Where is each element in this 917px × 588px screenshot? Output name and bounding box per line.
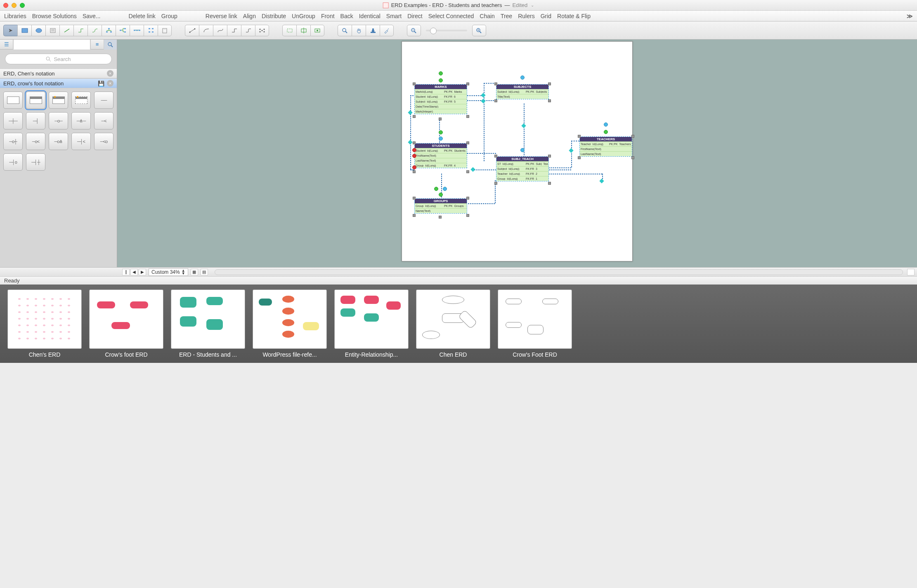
handle-icon[interactable] (604, 122, 608, 127)
handle-icon[interactable] (520, 75, 525, 80)
resize-handle[interactable] (466, 214, 469, 217)
connector-tool-1[interactable] (73, 25, 87, 36)
resize-handle[interactable] (413, 115, 416, 118)
connector-handle[interactable] (521, 123, 526, 128)
resize-handle[interactable] (548, 182, 551, 185)
fit-page-icon[interactable] (907, 269, 915, 275)
resize-handle[interactable] (631, 156, 634, 159)
menu-ungroup[interactable]: UnGroup (292, 13, 315, 19)
canvas[interactable]: MARKS MarkId(Long)PK:PK_Marks Student_Id… (117, 40, 917, 267)
panel-toggle-icon[interactable]: ☰ (0, 40, 13, 49)
eyedrop-tool[interactable] (380, 25, 394, 36)
thumb-wordpress[interactable]: WordPress file-refe... (253, 289, 327, 358)
thumb-chen-erd[interactable]: Chen's ERD (7, 289, 82, 358)
shape-rel-1[interactable]: ─┼─ (3, 112, 23, 129)
handle-icon[interactable] (412, 165, 416, 169)
shape-entity-header[interactable] (26, 92, 45, 109)
zoom-slider[interactable] (426, 30, 467, 31)
menu-identical[interactable]: Identical (359, 13, 381, 19)
search-library-icon[interactable] (104, 40, 117, 49)
menu-grid[interactable]: Grid (541, 13, 551, 19)
resize-handle[interactable] (578, 156, 581, 159)
save-library-icon[interactable]: 💾 (98, 80, 104, 87)
menu-tree[interactable]: Tree (501, 13, 512, 19)
entity-teachers[interactable]: TEACHERS Teacher_Id(Long)PK:PK_Teachers … (579, 136, 632, 157)
shape-entity-simple[interactable] (3, 92, 23, 109)
resize-handle[interactable] (548, 99, 551, 102)
thumb-entity-relationship[interactable]: Entity-Relationship... (334, 289, 409, 358)
menu-reverse-link[interactable]: Reverse link (206, 13, 237, 19)
shape-rel-11[interactable]: ─┤o (3, 153, 23, 171)
handle-icon[interactable] (439, 130, 443, 134)
snap-3[interactable] (310, 25, 324, 36)
pan-tool[interactable] (352, 25, 366, 36)
close-icon[interactable]: × (107, 70, 113, 77)
menu-chain[interactable]: Chain (480, 13, 495, 19)
search-input[interactable]: Search (5, 54, 112, 64)
menu-distribute[interactable]: Distribute (262, 13, 286, 19)
conn-round[interactable] (241, 25, 255, 36)
connector-handle[interactable] (599, 179, 604, 183)
shape-rel-0[interactable]: ── (94, 92, 113, 109)
handle-icon[interactable] (443, 187, 447, 191)
resize-handle[interactable] (466, 82, 469, 85)
tree-tool-1[interactable] (102, 25, 116, 36)
library-header-crow[interactable]: ERD, crow's foot notation 💾 × (0, 78, 117, 88)
conn-multi[interactable] (255, 25, 269, 36)
connector-handle[interactable] (470, 167, 475, 172)
ellipse-tool[interactable] (31, 25, 45, 36)
menu-libraries[interactable]: Libraries (4, 13, 26, 19)
connector-tool-2[interactable] (87, 25, 102, 36)
conn-direct[interactable] (185, 25, 199, 36)
resize-handle[interactable] (466, 170, 469, 173)
resize-handle[interactable] (466, 115, 469, 118)
resize-handle[interactable] (494, 99, 497, 102)
pause-icon[interactable]: ‖ (122, 269, 130, 275)
line-tool[interactable] (59, 25, 73, 36)
menu-group[interactable]: Group (161, 13, 177, 19)
handle-icon[interactable] (439, 78, 443, 82)
zoom-window-icon[interactable] (20, 3, 25, 8)
menu-front[interactable]: Front (321, 13, 335, 19)
shape-rel-9[interactable]: ─┤< (71, 133, 91, 150)
resize-handle[interactable] (578, 135, 581, 138)
shape-filter-input[interactable] (13, 40, 90, 49)
resize-handle[interactable] (439, 118, 442, 120)
menu-smart[interactable]: Smart (386, 13, 402, 19)
zoom-in-button[interactable] (472, 25, 486, 36)
handle-icon[interactable] (412, 148, 416, 152)
handle-icon[interactable] (520, 148, 525, 152)
chain-tool-1[interactable] (130, 25, 144, 36)
resize-handle[interactable] (466, 197, 469, 200)
shape-rel-6[interactable]: ─o┼ (3, 133, 23, 150)
title-dropdown-icon[interactable]: ⌄ (531, 3, 534, 7)
conn-smart[interactable] (227, 25, 241, 36)
resize-handle[interactable] (494, 82, 497, 85)
thumb-students-teachers[interactable]: ERD - Students and ... (171, 289, 245, 358)
tree-tool-2[interactable] (116, 25, 130, 36)
next-page-icon[interactable]: ▶ (139, 269, 146, 275)
list-view-icon[interactable]: ≡ (90, 40, 104, 49)
horizontal-scrollbar[interactable] (215, 269, 903, 275)
connector-handle[interactable] (481, 93, 485, 97)
resize-handle[interactable] (413, 197, 416, 200)
shape-rel-7[interactable]: ─o< (26, 133, 45, 150)
handle-icon[interactable] (412, 154, 416, 158)
menu-back[interactable]: Back (340, 13, 353, 19)
menu-save[interactable]: Save... (83, 13, 101, 19)
zoom-tool[interactable] (338, 25, 352, 36)
close-window-icon[interactable] (3, 3, 8, 8)
resize-handle[interactable] (548, 155, 551, 158)
conn-arc[interactable] (199, 25, 213, 36)
stamp-tool[interactable] (366, 25, 380, 36)
menu-delete-link[interactable]: Delete link (128, 13, 155, 19)
resize-handle[interactable] (466, 141, 469, 144)
shape-rel-12[interactable]: ─┤┼ (26, 153, 45, 171)
menu-rulers[interactable]: Rulers (518, 13, 534, 19)
entity-students[interactable]: STUDENTS Student_Id(Long)PK:PK_Students … (414, 143, 467, 168)
close-icon[interactable]: × (107, 80, 113, 87)
shape-entity-dashed[interactable] (71, 92, 91, 109)
connector-handle[interactable] (569, 148, 573, 153)
minimize-window-icon[interactable] (12, 3, 17, 8)
menu-align[interactable]: Align (243, 13, 256, 19)
